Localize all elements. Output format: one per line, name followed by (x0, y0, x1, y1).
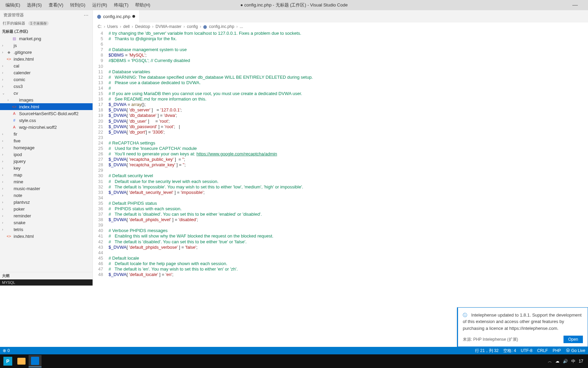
tree-folder[interactable]: ›homepage (0, 144, 93, 151)
tree-item-label: map (14, 172, 22, 178)
tree-folder[interactable]: ›calender (0, 69, 93, 76)
cursor-position[interactable]: 行 21，列 32 (475, 348, 499, 354)
tree-folder[interactable]: ›key (0, 165, 93, 171)
tree-file[interactable]: ›◆.gitignore (0, 49, 93, 56)
menu-item[interactable]: 终端(T) (111, 1, 131, 9)
tray-cloud-icon[interactable]: ☁ (555, 359, 559, 364)
folder-icon (6, 193, 12, 198)
tree-file[interactable]: <>index.html (0, 233, 93, 240)
tree-folder[interactable]: ›cal (0, 62, 93, 69)
editor-pane: ⬤ config.inc.php C:›Users›dell›Desktop›D… (93, 10, 588, 286)
workspace-label[interactable]: 无标题 (工作区) (0, 28, 93, 35)
line-gutter: 4567891011121314151617181920212223242526… (93, 31, 109, 286)
eol-status[interactable]: CRLF (537, 348, 548, 353)
chevron-icon: › (2, 44, 6, 47)
tree-item-label: images (19, 97, 33, 103)
breadcrumb-item[interactable]: C: (98, 24, 102, 29)
menu-item[interactable]: 帮助(H) (132, 1, 153, 9)
breadcrumb-item[interactable]: ... (240, 24, 243, 29)
tree-file[interactable]: <>index.html (0, 103, 93, 110)
menu-list: 编辑(E)选择(S)查看(V)转到(G)运行(R)终端(T)帮助(H) (3, 1, 153, 9)
folder-icon (6, 227, 12, 232)
chevron-icon: › (2, 173, 6, 177)
chevron-icon: › (2, 200, 6, 204)
taskbar-explorer[interactable] (15, 355, 28, 367)
taskbar-app-p[interactable]: P (1, 355, 14, 367)
chevron-icon: › (2, 50, 6, 54)
tray-chevron-icon[interactable]: ︿ (548, 358, 552, 364)
tree-item-label: plantvsz (14, 200, 30, 205)
chevron-icon: › (2, 180, 6, 184)
tree-folder[interactable]: ›snake (0, 219, 93, 226)
folder-icon (6, 186, 12, 191)
language-status[interactable]: PHP (553, 348, 561, 353)
tree-file[interactable]: #style.css (0, 117, 93, 124)
tree-file[interactable]: <>index.html (0, 56, 93, 62)
tree-folder[interactable]: ⌄cv (0, 90, 93, 96)
tree-folder[interactable]: ›css3 (0, 83, 93, 90)
problems-status[interactable]: ⊗ 0 (3, 348, 10, 353)
tree-folder[interactable]: ›ipod (0, 151, 93, 158)
breadcrumb[interactable]: C:›Users›dell›Desktop›DVWA-master›config… (93, 22, 588, 31)
chevron-icon: › (2, 85, 6, 88)
menu-item[interactable]: 转到(G) (67, 1, 88, 9)
system-tray[interactable]: ︿ ☁ 🔊 中 17 (548, 358, 587, 364)
tree-folder[interactable]: ›plantvsz (0, 199, 93, 205)
tree-folder[interactable]: ›mine (0, 178, 93, 185)
tree-file[interactable]: Awqy-microhei.woff2 (0, 124, 93, 131)
tree-folder[interactable]: ›fir (0, 131, 93, 137)
outline-section[interactable]: 大纲 (0, 272, 93, 279)
menu-item[interactable]: 编辑(E) (3, 1, 23, 9)
tree-file[interactable]: ▨market.png (0, 35, 93, 42)
tree-item-label: tetris (14, 227, 23, 232)
tree-folder[interactable]: ›images (0, 96, 93, 103)
encoding-status[interactable]: UTF-8 (521, 348, 533, 353)
tray-time[interactable]: 17 (579, 359, 583, 364)
breadcrumb-item[interactable]: config (187, 24, 198, 29)
golive-button[interactable]: ⦿ Go Live (566, 348, 585, 353)
breadcrumb-item[interactable]: config.inc.php (209, 24, 234, 29)
tab-config-php[interactable]: ⬤ config.inc.php (93, 10, 140, 22)
folder-icon (6, 131, 12, 137)
tree-folder[interactable]: ›comic (0, 76, 93, 83)
breadcrumb-item[interactable]: Users (107, 24, 118, 29)
tree-item-label: index.html (14, 57, 34, 62)
breadcrumb-item[interactable]: DVWA-master (156, 24, 181, 29)
tree-folder[interactable]: ›jquery (0, 158, 93, 165)
tray-volume-icon[interactable]: 🔊 (563, 359, 568, 364)
tree-folder[interactable]: ›map (0, 171, 93, 178)
code-editor[interactable]: 4567891011121314151617181920212223242526… (93, 31, 588, 286)
tree-folder[interactable]: ›js (0, 42, 93, 49)
chevron-icon: › (2, 78, 6, 81)
chevron-icon: › (2, 166, 6, 170)
menu-item[interactable]: 选择(S) (24, 1, 44, 9)
open-button[interactable]: Open (564, 336, 583, 343)
menu-item[interactable]: 查看(V) (46, 1, 66, 9)
chevron-icon: › (2, 207, 6, 211)
breadcrumb-sep-icon: › (132, 24, 133, 29)
minimize-icon[interactable]: — (572, 2, 578, 8)
folder-icon (6, 158, 12, 164)
tree-file[interactable]: ASourceHanSerifSC-Bold.woff2 (0, 110, 93, 117)
mysql-section[interactable]: MYSQL (0, 279, 93, 286)
breadcrumb-item[interactable]: Desktop (135, 24, 150, 29)
tree-item-label: five (14, 138, 20, 143)
tree-folder[interactable]: ›music-master (0, 185, 93, 192)
menu-item[interactable]: 运行(R) (89, 1, 110, 9)
tree-item-label: calender (14, 70, 31, 75)
tree-folder[interactable]: ›poker (0, 205, 93, 212)
tray-ime[interactable]: 中 (571, 358, 575, 364)
tree-folder[interactable]: ›reminder (0, 212, 93, 219)
breadcrumb-item[interactable]: dell (123, 24, 130, 29)
taskbar-vscode[interactable] (29, 355, 42, 367)
code-content[interactable]: # try changing the 'db_server' variable … (109, 31, 588, 286)
more-icon[interactable]: ⋯ (84, 13, 89, 18)
folder-icon (6, 172, 12, 178)
open-editors-section[interactable]: 打开的编辑器 1 个未保存 (0, 20, 93, 28)
tree-folder[interactable]: ›note (0, 192, 93, 199)
html-icon: <> (6, 233, 12, 239)
tree-folder[interactable]: ›five (0, 137, 93, 144)
tree-folder[interactable]: ›tetris (0, 226, 93, 233)
indent-status[interactable]: 空格: 4 (503, 348, 516, 354)
tree-item-label: cal (14, 63, 19, 68)
